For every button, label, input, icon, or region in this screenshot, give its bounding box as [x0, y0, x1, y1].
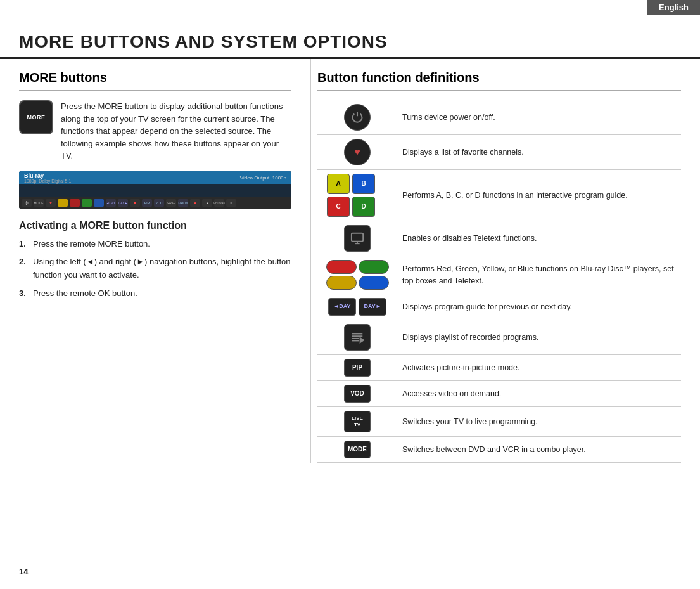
btn-icon-cell: A B C D: [317, 170, 397, 221]
heart-button-icon: ♥: [344, 139, 371, 165]
table-row: Turns device power on/off.: [317, 100, 681, 135]
btn-icon-cell: ◄DAY DAY►: [317, 294, 397, 320]
step-2: 2. Using the left (◄) and right (►) navi…: [19, 256, 291, 282]
screen-top-bar: Blu-ray 1080p, Dolby Digital 5.1 Video O…: [19, 171, 291, 184]
screen-a-icon: [58, 199, 68, 207]
btn-def-desc: Displays playlist of recorded programs.: [397, 320, 681, 355]
btn-icon-cell: [317, 320, 397, 355]
screen-1-icon: [70, 199, 80, 207]
table-row: PIP Activates picture-in-picture mode.: [317, 355, 681, 381]
screen-rec-icon: ■: [130, 199, 140, 207]
language-tab: English: [647, 0, 700, 15]
power-button-icon: [344, 104, 371, 131]
screen-opt-icon: OPTIONS: [214, 199, 224, 207]
more-desc-text: Press the MORE button to display additio…: [61, 100, 291, 162]
steps-list: 1. Press the remote MORE button. 2. Usin…: [19, 238, 291, 301]
btn-def-desc: Enables or disables Teletext functions.: [397, 221, 681, 256]
screen-source-sub: 1080p, Dolby Digital 5.1: [24, 179, 71, 183]
day-prev-button-icon: ◄DAY: [328, 298, 356, 316]
screen-output-label: Video Output: 1080p: [240, 175, 286, 181]
table-row: Enables or disables Teletext functions.: [317, 221, 681, 256]
page-number: 14: [19, 567, 28, 576]
screen-heart-icon: ♥: [46, 199, 56, 207]
btn-def-desc: Displays a list of favorite channels.: [397, 135, 681, 170]
playlist-button-icon: [344, 324, 371, 351]
btn-def-desc: Displays program guide for previous or n…: [397, 294, 681, 320]
screen-swap-icon: SWAP: [166, 199, 176, 207]
vod-button-icon: VOD: [344, 385, 371, 403]
step-3-num: 3.: [19, 287, 29, 301]
svg-rect-0: [352, 233, 363, 242]
table-row: LIVETV Switches your TV to live programm…: [317, 407, 681, 437]
btn-icon-cell: [317, 221, 397, 256]
btn-def-desc: Switches between DVD and VCR in a combo …: [397, 437, 681, 463]
btn-def-desc: Accesses video on demand.: [397, 381, 681, 407]
d-button-icon: D: [352, 197, 375, 217]
blue-button-icon: [359, 276, 389, 290]
btn-def-desc: Performs A, B, C, or D functions in an i…: [397, 170, 681, 221]
screen-mockup: Blu-ray 1080p, Dolby Digital 5.1 Video O…: [19, 171, 291, 209]
more-button-icon: MORE: [19, 100, 53, 134]
btn-icon-cell: VOD: [317, 381, 397, 407]
step-3: 3. Press the remote OK button.: [19, 287, 291, 301]
screen-fav-icon: [94, 199, 104, 207]
screen-power-icon: ⏻: [22, 199, 32, 207]
btn-def-desc: Turns device power on/off.: [397, 100, 681, 135]
btn-def-table: Turns device power on/off. ♥ Displays a …: [317, 100, 681, 463]
table-row: ◄DAY DAY► Displays program guide for pre…: [317, 294, 681, 320]
svg-marker-7: [360, 338, 364, 342]
activating-heading: Activating a MORE button function: [19, 220, 291, 231]
btn-icon-cell: PIP: [317, 355, 397, 381]
table-row: Performs Red, Green, Yellow, or Blue fun…: [317, 256, 681, 294]
table-row: ♥ Displays a list of favorite channels.: [317, 135, 681, 170]
screen-mode-icon: MODE: [34, 199, 44, 207]
btn-icon-cell: [317, 256, 397, 294]
screen-vod-icon: VOD: [154, 199, 164, 207]
left-column: MORE buttons MORE Press the MORE button …: [19, 59, 310, 463]
screen-live-icon: LIVE TV: [178, 199, 188, 207]
green-button-icon: [359, 260, 389, 274]
more-desc-block: MORE Press the MORE button to display ad…: [19, 100, 291, 162]
btn-def-desc: Activates picture-in-picture mode.: [397, 355, 681, 381]
btn-icon-cell: ♥: [317, 135, 397, 170]
right-column: Button function definitions: [310, 59, 681, 463]
step-2-num: 2.: [19, 256, 29, 282]
mode-button-icon: MODE: [344, 441, 371, 458]
table-row: MODE Switches between DVD and VCR in a c…: [317, 437, 681, 463]
a-button-icon: A: [327, 174, 350, 194]
screen-day-next: DAY►: [118, 199, 128, 207]
btn-icon-cell: MODE: [317, 437, 397, 463]
table-row: A B C D Performs A, B, C, or D functions…: [317, 170, 681, 221]
pip-button-icon: PIP: [344, 359, 371, 377]
c-button-icon: C: [327, 197, 350, 217]
more-buttons-heading: MORE buttons: [19, 70, 291, 85]
step-3-text: Press the remote OK button.: [33, 287, 137, 301]
day-next-button-icon: DAY►: [359, 298, 386, 316]
yellow-button-icon: [326, 276, 357, 290]
screen-bottom-bar: ⏻ MODE ♥ ◄DAY DAY► ■ PIP VOD SWAP LIVE T…: [19, 197, 291, 209]
btn-def-desc: Switches your TV to live programming.: [397, 407, 681, 437]
btn-icon-cell: [317, 100, 397, 135]
step-2-text: Using the left (◄) and right (►) navigat…: [33, 256, 291, 282]
btn-icon-cell: LIVETV: [317, 407, 397, 437]
btn-def-heading: Button function definitions: [317, 70, 681, 85]
step-1-num: 1.: [19, 238, 29, 251]
screen-arrow-icon: [82, 199, 92, 207]
table-row: Displays playlist of recorded programs.: [317, 320, 681, 355]
screen-txt2-icon: ≡: [226, 199, 236, 207]
btn-def-desc: Performs Red, Green, Yellow, or Blue fun…: [397, 256, 681, 294]
screen-dot-icon: ●: [190, 199, 200, 207]
screen-day-prev: ◄DAY: [106, 199, 116, 207]
screen-source-label: Blu-ray: [24, 172, 71, 179]
main-title: MORE BUTTONS AND SYSTEM OPTIONS: [0, 25, 700, 59]
screen-pip-icon: PIP: [142, 199, 152, 207]
teletext-button-icon: [344, 225, 371, 252]
livetv-button-icon: LIVETV: [344, 411, 371, 432]
step-1: 1. Press the remote MORE button.: [19, 238, 291, 251]
b-button-icon: B: [352, 174, 375, 194]
step-1-text: Press the remote MORE button.: [33, 238, 150, 251]
red-button-icon: [326, 260, 357, 274]
screen-txt-icon: ■: [202, 199, 212, 207]
table-row: VOD Accesses video on demand.: [317, 381, 681, 407]
